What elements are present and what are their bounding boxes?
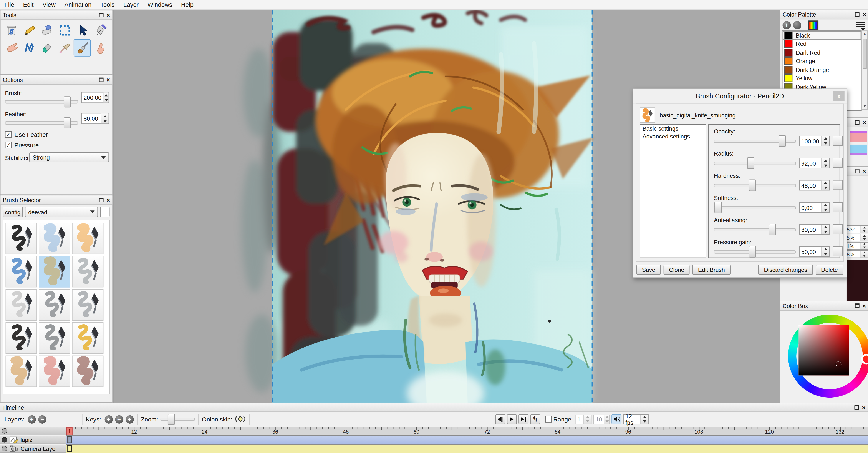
slider-value[interactable]: 48,00 [800, 181, 821, 190]
palette-row-orange[interactable]: Orange [782, 57, 861, 65]
inspector-spinbox-2[interactable]: 1% [846, 242, 868, 250]
menu-item-file[interactable]: File [0, 0, 19, 9]
menu-item-animation[interactable]: Animation [60, 0, 96, 9]
spin-arrows[interactable] [821, 225, 829, 234]
brush-preset-1[interactable] [39, 223, 70, 254]
slider[interactable] [714, 246, 796, 258]
close-icon[interactable]: × [863, 168, 866, 174]
spin-arrows[interactable] [821, 203, 829, 212]
eraser-tool-button[interactable] [38, 22, 55, 39]
layer-visibility-dot[interactable] [2, 446, 7, 451]
range-checkbox[interactable] [545, 416, 552, 423]
spin-arrows[interactable] [861, 242, 868, 250]
brush-preset-0[interactable] [5, 223, 37, 254]
float-icon[interactable] [855, 120, 859, 124]
hue-slider-end[interactable] [850, 131, 867, 142]
menu-item-help[interactable]: Help [177, 0, 198, 9]
smudge-tool-button[interactable] [91, 39, 108, 57]
feather-slider[interactable] [5, 117, 78, 129]
palette-menu-button[interactable] [856, 21, 865, 30]
layer-visibility-dot[interactable] [2, 437, 7, 442]
keyframe[interactable] [67, 445, 72, 452]
use-feather-checkbox[interactable]: ✓ [5, 131, 12, 138]
menu-item-tools[interactable]: Tools [96, 0, 119, 9]
menu-item-layer[interactable]: Layer [119, 0, 143, 9]
inspector-spinbox-3[interactable]: 8% [846, 250, 868, 258]
track-camera[interactable] [66, 445, 868, 453]
close-icon[interactable]: × [863, 303, 866, 308]
slider-thumb[interactable] [64, 96, 71, 107]
dialog-title-bar[interactable]: Brush Configurator - Pencil2D x [633, 89, 847, 104]
pressure-checkbox[interactable]: ✓ [5, 142, 12, 148]
remove-color-button[interactable]: − [793, 21, 801, 29]
spin-arrows[interactable] [103, 92, 108, 103]
brush-size-spinbox[interactable]: 200,00 [82, 92, 109, 103]
slider-thumb[interactable] [749, 179, 756, 191]
dialog-close-button[interactable]: x [834, 91, 844, 101]
add-layer-button[interactable]: + [28, 415, 36, 423]
close-icon[interactable]: × [862, 404, 865, 410]
frame-ruler[interactable]: 12243648607284961081201321 [66, 427, 868, 436]
slider-value[interactable]: 50,00 [800, 247, 821, 256]
float-icon[interactable] [99, 78, 103, 82]
add-color-button[interactable]: + [782, 21, 791, 29]
dialog-button-edit-brush[interactable]: Edit Brush [692, 265, 730, 275]
brush-selector-header[interactable]: Brush Selector × [1, 195, 113, 205]
close-icon[interactable]: × [863, 12, 866, 17]
remove-key-button[interactable]: − [115, 415, 123, 423]
feather-value[interactable]: 80,00 [82, 113, 101, 123]
close-icon[interactable]: × [107, 77, 110, 82]
slider-thumb[interactable] [715, 201, 722, 213]
palette-row-dark-red[interactable]: Dark Red [782, 48, 861, 57]
slider-thumb[interactable] [749, 246, 756, 258]
brush-size-slider[interactable] [5, 96, 78, 107]
next-frame-button[interactable] [519, 414, 528, 424]
spin-arrows[interactable] [101, 113, 108, 123]
brush-preset-10[interactable] [39, 322, 70, 354]
track-lapiz[interactable] [66, 436, 868, 445]
move-tool-button[interactable] [74, 22, 91, 39]
dialog-nav-advanced-settings[interactable]: Advanced settings [640, 132, 706, 140]
sound-button[interactable] [612, 414, 622, 424]
spin-arrows[interactable] [861, 250, 868, 258]
brush-tool-button[interactable] [74, 39, 91, 57]
sat-slider-end[interactable] [850, 145, 867, 155]
timeline-header[interactable]: Timeline × [0, 403, 868, 412]
float-icon[interactable] [854, 405, 859, 409]
slider-spinbox[interactable]: 80,00 [799, 224, 830, 235]
bucket-tool-button[interactable] [38, 39, 55, 57]
menu-item-view[interactable]: View [38, 0, 60, 9]
loop-button[interactable]: ↰ [530, 414, 540, 424]
tools-panel-header[interactable]: Tools × [1, 10, 113, 20]
add-key-button[interactable]: + [104, 415, 113, 423]
slider-thumb[interactable] [769, 224, 776, 235]
close-icon[interactable]: × [107, 197, 110, 203]
spin-arrows[interactable] [861, 225, 868, 233]
slider-value[interactable]: 100,00 [800, 136, 821, 146]
preset-extra-button[interactable] [100, 206, 110, 217]
close-icon[interactable]: × [107, 12, 110, 18]
slider-thumb[interactable] [168, 414, 175, 425]
float-icon[interactable] [99, 13, 103, 17]
float-icon[interactable] [855, 12, 859, 17]
spin-arrows[interactable] [821, 247, 829, 256]
slider[interactable] [714, 201, 796, 213]
hand-tool-button[interactable] [3, 39, 20, 57]
brush-preset-dropdown[interactable]: deevad [25, 206, 98, 217]
spin-arrows[interactable] [821, 181, 829, 190]
brush-preset-8[interactable] [72, 289, 103, 321]
slider[interactable] [714, 179, 796, 191]
brush-size-value[interactable]: 200,00 [82, 92, 103, 103]
slider-spinbox[interactable]: 48,00 [799, 180, 830, 191]
dialog-nav-basic-settings[interactable]: Basic settings [640, 124, 706, 132]
spin-arrows[interactable] [821, 159, 829, 168]
prev-frame-button[interactable] [495, 414, 505, 424]
saturation-value-square[interactable] [799, 325, 849, 375]
palette-view-button[interactable] [808, 21, 818, 30]
float-icon[interactable] [855, 304, 859, 308]
brush-preset-5[interactable] [72, 256, 103, 287]
float-icon[interactable] [99, 198, 103, 202]
color-box-header[interactable]: Color Box × [780, 301, 868, 311]
inspector-spinbox-0[interactable]: 53° [846, 225, 868, 233]
config-button[interactable]: config [3, 206, 23, 217]
